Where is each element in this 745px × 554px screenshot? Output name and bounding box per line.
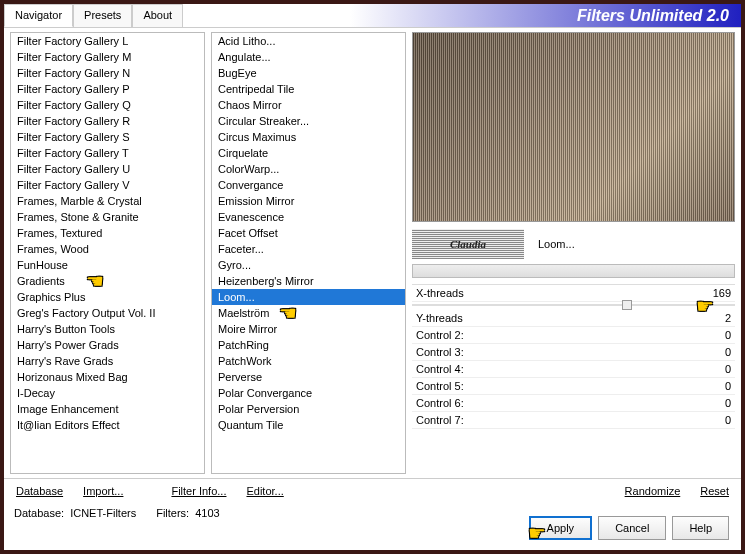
list-item[interactable]: Harry's Power Grads <box>11 337 204 353</box>
list-item[interactable]: Filter Factory Gallery P <box>11 81 204 97</box>
import-button[interactable]: Import... <box>77 482 129 500</box>
list-item[interactable]: Convergance <box>212 177 405 193</box>
list-item[interactable]: BugEye <box>212 65 405 81</box>
list-item[interactable]: Graphics Plus <box>11 289 204 305</box>
list-item[interactable]: Acid Litho... <box>212 33 405 49</box>
param-row[interactable]: Control 3:0 <box>412 344 735 361</box>
list-item[interactable]: Emission Mirror <box>212 193 405 209</box>
param-value: 0 <box>701 414 731 426</box>
category-list[interactable]: Filter Factory Gallery LFilter Factory G… <box>10 32 205 474</box>
status-filters-value: 4103 <box>195 507 219 519</box>
list-item[interactable]: Angulate... <box>212 49 405 65</box>
list-item[interactable]: Filter Factory Gallery Q <box>11 97 204 113</box>
database-button[interactable]: Database <box>10 482 69 500</box>
list-item[interactable]: Polar Perversion <box>212 401 405 417</box>
list-item[interactable]: Faceter... <box>212 241 405 257</box>
list-item[interactable]: Frames, Textured <box>11 225 204 241</box>
parameter-panel: X-threads169Y-threads2Control 2:0Control… <box>412 284 735 429</box>
editor-button[interactable]: Editor... <box>240 482 289 500</box>
list-item[interactable]: Filter Factory Gallery T <box>11 145 204 161</box>
list-item[interactable]: Evanescence <box>212 209 405 225</box>
current-filter-label: Loom... <box>538 238 575 250</box>
list-item[interactable]: Gyro... <box>212 257 405 273</box>
title-bar: Filters Unlimited 2.0 <box>183 4 741 27</box>
param-row[interactable]: X-threads169 <box>412 285 735 302</box>
param-label: Y-threads <box>416 312 463 324</box>
progress-bar <box>412 264 735 278</box>
list-item[interactable]: Filter Factory Gallery L <box>11 33 204 49</box>
list-item[interactable]: Filter Factory Gallery M <box>11 49 204 65</box>
list-item[interactable]: Filter Factory Gallery R <box>11 113 204 129</box>
list-item[interactable]: I-Decay <box>11 385 204 401</box>
param-label: Control 7: <box>416 414 464 426</box>
apply-button[interactable]: Apply <box>529 516 593 540</box>
param-row[interactable]: Control 5:0 <box>412 378 735 395</box>
filter-info-button[interactable]: Filter Info... <box>165 482 232 500</box>
list-item[interactable]: Heizenberg's Mirror <box>212 273 405 289</box>
param-label: Control 3: <box>416 346 464 358</box>
param-row[interactable]: Y-threads2 <box>412 310 735 327</box>
app-title: Filters Unlimited 2.0 <box>577 7 729 25</box>
list-item[interactable]: Frames, Wood <box>11 241 204 257</box>
list-item[interactable]: Perverse <box>212 369 405 385</box>
param-label: Control 6: <box>416 397 464 409</box>
list-item[interactable]: Centripedal Tile <box>212 81 405 97</box>
tab-navigator[interactable]: Navigator <box>4 4 73 27</box>
list-item[interactable]: Harry's Button Tools <box>11 321 204 337</box>
list-item[interactable]: Loom... <box>212 289 405 305</box>
list-item[interactable]: Filter Factory Gallery S <box>11 129 204 145</box>
list-item[interactable]: Filter Factory Gallery V <box>11 177 204 193</box>
param-value: 2 <box>701 312 731 324</box>
param-row[interactable]: Control 4:0 <box>412 361 735 378</box>
list-item[interactable]: Filter Factory Gallery N <box>11 65 204 81</box>
param-label: Control 5: <box>416 380 464 392</box>
list-item[interactable]: Filter Factory Gallery U <box>11 161 204 177</box>
list-item[interactable]: Gradients <box>11 273 204 289</box>
list-item[interactable]: PatchWork <box>212 353 405 369</box>
tab-bar: NavigatorPresetsAbout <box>4 4 183 27</box>
list-item[interactable]: Image Enhancement <box>11 401 204 417</box>
param-row[interactable]: Control 2:0 <box>412 327 735 344</box>
list-item[interactable]: Quantum Tile <box>212 417 405 433</box>
list-item[interactable]: Circus Maximus <box>212 129 405 145</box>
help-button[interactable]: Help <box>672 516 729 540</box>
status-db-label: Database: <box>14 507 64 519</box>
slider-thumb[interactable] <box>622 300 632 310</box>
cancel-button[interactable]: Cancel <box>598 516 666 540</box>
filter-list[interactable]: Acid Litho...Angulate...BugEyeCentripeda… <box>211 32 406 474</box>
tab-presets[interactable]: Presets <box>73 4 132 27</box>
randomize-button[interactable]: Randomize <box>619 482 687 500</box>
list-item[interactable]: Greg's Factory Output Vol. II <box>11 305 204 321</box>
list-item[interactable]: It@lian Editors Effect <box>11 417 204 433</box>
status-db-value: ICNET-Filters <box>70 507 136 519</box>
preview-image <box>412 32 735 222</box>
param-value: 0 <box>701 380 731 392</box>
list-item[interactable]: Cirquelate <box>212 145 405 161</box>
slider[interactable] <box>412 304 735 306</box>
param-label: Control 2: <box>416 329 464 341</box>
list-item[interactable]: Harry's Rave Grads <box>11 353 204 369</box>
param-row[interactable]: Control 6:0 <box>412 395 735 412</box>
list-item[interactable]: ColorWarp... <box>212 161 405 177</box>
list-item[interactable]: Horizonaus Mixed Bag <box>11 369 204 385</box>
tab-about[interactable]: About <box>132 4 183 27</box>
list-item[interactable]: Moire Mirror <box>212 321 405 337</box>
param-value: 0 <box>701 397 731 409</box>
list-item[interactable]: PatchRing <box>212 337 405 353</box>
param-label: Control 4: <box>416 363 464 375</box>
list-item[interactable]: Circular Streaker... <box>212 113 405 129</box>
param-value: 169 <box>701 287 731 299</box>
list-item[interactable]: Polar Convergance <box>212 385 405 401</box>
list-item[interactable]: Frames, Stone & Granite <box>11 209 204 225</box>
list-item[interactable]: FunHouse <box>11 257 204 273</box>
list-item[interactable]: Chaos Mirror <box>212 97 405 113</box>
param-row[interactable]: Control 7:0 <box>412 412 735 429</box>
param-value: 0 <box>701 346 731 358</box>
param-label: X-threads <box>416 287 464 299</box>
list-item[interactable]: Facet Offset <box>212 225 405 241</box>
status-filters-label: Filters: <box>156 507 189 519</box>
list-item[interactable]: Frames, Marble & Crystal <box>11 193 204 209</box>
list-item[interactable]: Maelström <box>212 305 405 321</box>
reset-button[interactable]: Reset <box>694 482 735 500</box>
author-badge: Claudia <box>412 229 524 259</box>
